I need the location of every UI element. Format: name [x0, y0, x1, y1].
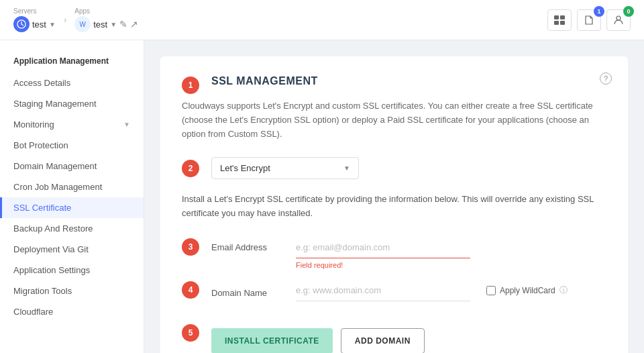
- content-area: ? 1 SSL MANAGEMENT Cloudways supports Le…: [144, 40, 644, 353]
- sidebar-item-cron-job-management[interactable]: Cron Job Management: [0, 176, 144, 197]
- sidebar-item-access-details[interactable]: Access Details: [0, 72, 144, 93]
- step5-marker: 5: [182, 324, 199, 342]
- app-name: test: [93, 19, 107, 30]
- svg-rect-1: [554, 15, 559, 19]
- sidebar-item-backup-restore[interactable]: Backup And Restore: [0, 218, 144, 239]
- sidebar-item-label: Cloudflare: [13, 307, 53, 317]
- sidebar-item-label: Migration Tools: [13, 286, 72, 296]
- servers-section: Servers test ▼: [13, 7, 56, 32]
- sidebar-item-label: Backup And Restore: [13, 223, 93, 234]
- action-buttons: INSTALL CERTIFICATE ADD DOMAIN: [211, 328, 425, 353]
- svg-rect-3: [554, 21, 559, 25]
- wildcard-label: Apply WildCard: [500, 286, 555, 295]
- wildcard-wrap: Apply WildCard ⓘ: [486, 285, 568, 296]
- sidebar-item-label: Staging Management: [13, 99, 97, 109]
- step3-marker: 3: [182, 238, 199, 256]
- email-input-wrap: Field required!: [296, 237, 470, 269]
- email-field-row: Email Address Field required!: [211, 237, 470, 269]
- app-icon: W: [74, 16, 91, 32]
- ssl-type-dropdown[interactable]: Let's Encrypt ▼: [211, 157, 359, 179]
- svg-rect-4: [560, 21, 565, 25]
- sidebar-item-label: SSL Certificate: [13, 203, 71, 213]
- sidebar-section-title: Application Management: [0, 51, 144, 72]
- sidebar-item-label: Application Settings: [13, 265, 90, 275]
- chevron-down-icon: ▼: [123, 121, 130, 128]
- sidebar-item-deployment-via-git[interactable]: Deployment Via Git: [0, 239, 144, 260]
- apps-label: Apps: [74, 7, 138, 15]
- install-description: Install a Let's Encrypt SSL certificate …: [182, 193, 598, 221]
- dropdown-arrow-icon: ▼: [343, 164, 350, 172]
- wildcard-checkbox[interactable]: [486, 286, 496, 295]
- app-selector[interactable]: W test ▼ ✎ ↗: [74, 16, 138, 32]
- help-icon[interactable]: ?: [600, 72, 612, 85]
- sidebar-item-label: Bot Protection: [13, 140, 68, 150]
- layout-button[interactable]: [547, 9, 572, 31]
- svg-point-5: [616, 16, 621, 20]
- sidebar-item-bot-protection[interactable]: Bot Protection: [0, 135, 144, 156]
- app-header: Servers test ▼ › Apps W test ▼ ✎ ↗: [0, 0, 644, 40]
- sidebar: Application Management Access Details St…: [0, 40, 144, 353]
- add-domain-button[interactable]: ADD DOMAIN: [341, 328, 425, 353]
- users-badge: 0: [623, 6, 634, 17]
- sidebar-item-migration-tools[interactable]: Migration Tools: [0, 281, 144, 301]
- step3-row: 3 Email Address Field required!: [182, 237, 606, 269]
- app-chevron-icon: ▼: [110, 21, 117, 28]
- edit-icon[interactable]: ✎: [119, 19, 127, 30]
- main-layout: Application Management Access Details St…: [0, 40, 644, 353]
- domain-field-row: Domain Name Apply WildCard ⓘ: [211, 280, 568, 301]
- sidebar-item-domain-management[interactable]: Domain Management: [0, 156, 144, 176]
- breadcrumb-arrow: ›: [64, 15, 66, 25]
- files-button[interactable]: 1: [577, 9, 601, 31]
- section-title-wrap: SSL MANAGEMENT: [211, 75, 318, 95]
- step4-row: 4 Domain Name Apply WildCard ⓘ: [182, 280, 606, 301]
- header-nav: Servers test ▼ › Apps W test ▼ ✎ ↗: [13, 7, 138, 32]
- step2-row: 2 Let's Encrypt ▼: [182, 157, 606, 179]
- sidebar-item-label: Cron Job Management: [13, 182, 102, 192]
- install-certificate-button[interactable]: INSTALL CERTIFICATE: [211, 328, 333, 353]
- section-title: SSL MANAGEMENT: [211, 75, 318, 87]
- sidebar-item-application-settings[interactable]: Application Settings: [0, 260, 144, 281]
- header-actions: 1 0: [547, 9, 631, 31]
- section-description: Cloudways supports Let's Encrypt and cus…: [182, 99, 606, 141]
- apps-section: Apps W test ▼ ✎ ↗: [74, 7, 138, 32]
- files-badge: 1: [594, 6, 604, 17]
- email-error: Field required!: [296, 261, 470, 269]
- domain-input[interactable]: [296, 280, 470, 301]
- server-chevron-icon: ▼: [49, 21, 56, 28]
- email-label: Email Address: [211, 237, 285, 252]
- sidebar-item-ssl-certificate[interactable]: SSL Certificate: [0, 197, 144, 218]
- content-card: ? 1 SSL MANAGEMENT Cloudways supports Le…: [160, 56, 628, 353]
- info-icon[interactable]: ⓘ: [559, 285, 568, 296]
- sidebar-item-monitoring[interactable]: Monitoring ▼: [0, 114, 144, 135]
- sidebar-item-staging-management[interactable]: Staging Management: [0, 93, 144, 114]
- step1-row: 1 SSL MANAGEMENT: [182, 75, 606, 95]
- step1-marker: 1: [182, 77, 199, 94]
- ssl-dropdown-value: Let's Encrypt: [220, 163, 270, 173]
- svg-rect-2: [560, 15, 565, 19]
- sidebar-item-label: Deployment Via Git: [13, 244, 89, 254]
- sidebar-item-label: Monitoring: [13, 119, 54, 130]
- domain-input-row: Apply WildCard ⓘ: [296, 280, 568, 301]
- users-button[interactable]: 0: [606, 9, 631, 31]
- sidebar-item-label: Access Details: [13, 78, 70, 88]
- step4-marker: 4: [182, 281, 199, 299]
- email-input[interactable]: [296, 237, 470, 258]
- server-icon: [13, 16, 30, 32]
- domain-label: Domain Name: [211, 283, 285, 298]
- external-link-icon[interactable]: ↗: [130, 19, 138, 30]
- server-name: test: [32, 19, 46, 30]
- sidebar-item-cloudflare[interactable]: Cloudflare: [0, 301, 144, 322]
- sidebar-item-label: Domain Management: [13, 161, 97, 171]
- step5-row: 5 INSTALL CERTIFICATE ADD DOMAIN: [182, 312, 606, 353]
- step2-marker: 2: [182, 160, 199, 177]
- server-selector[interactable]: test ▼: [13, 16, 56, 32]
- servers-label: Servers: [13, 7, 56, 15]
